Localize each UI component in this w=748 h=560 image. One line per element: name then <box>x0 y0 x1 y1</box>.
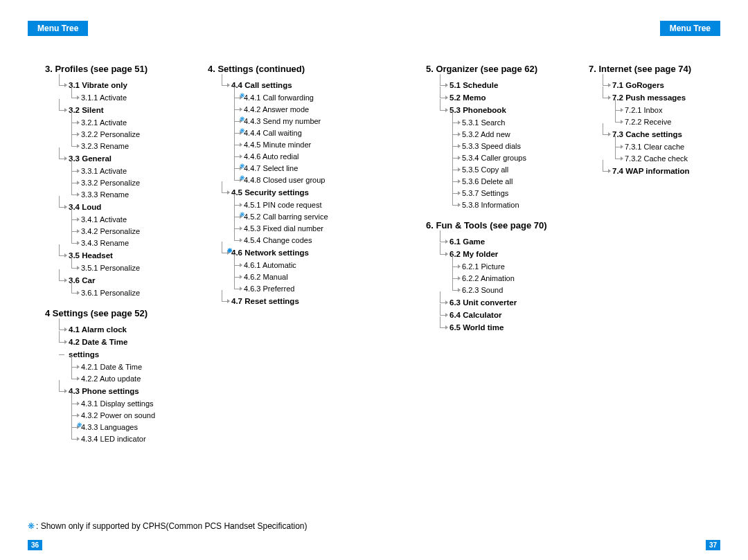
menu-item-label: 5.2 Memo <box>449 93 486 102</box>
menu-item-label: 4.6.2 Manual <box>244 271 288 282</box>
menu-item-label: 3.4 Loud <box>69 203 101 211</box>
footnote: ❋: Shown only if supported by CPHS(Commo… <box>28 521 308 531</box>
menu-item-level1: 7.1 GoRogers <box>589 80 734 91</box>
menu-item-level1: 3.5 Headset <box>45 250 187 261</box>
menu-item-label: 4.4.2 Answer mode <box>244 104 309 115</box>
menu-item-level2: 3.3.2 Personalize <box>45 177 187 188</box>
menu-item-level1: 7.2 Push messages <box>589 92 734 103</box>
column-2: 4. Settings (continued)4.4 Call settings… <box>208 64 360 445</box>
section-title: 6. Fun & Tools (see page 70) <box>426 220 575 231</box>
menu-item-label: 7.3.2 Cache check <box>625 153 688 164</box>
menu-item-label: 3.4.1 Activate <box>81 214 127 225</box>
page-number-right: 37 <box>706 540 720 550</box>
menu-item-level2: 4.3.2 Power on sound <box>45 410 187 421</box>
menu-item-level1: 6.5 World time <box>426 322 575 333</box>
menu-item-label: 4.2.2 Auto update <box>81 373 141 384</box>
footnote-star: ❋ <box>28 521 35 531</box>
menu-item-level2: 6.2.1 Picture <box>426 261 575 272</box>
section-title: 5. Organizer (see page 62) <box>426 64 575 74</box>
menu-item-level2: 4.4.5 Minute minder <box>208 139 360 150</box>
menu-item-level1: 4.3 Phone settings <box>45 386 187 397</box>
menu-item-label: 4.3.1 Display settings <box>81 398 154 409</box>
menu-item-level1: 6.4 Calculator <box>426 309 575 320</box>
menu-item-label: 4.3.4 LED indicator <box>81 433 146 444</box>
menu-item-label: 4.6.1 Automatic <box>244 260 296 271</box>
menu-item-level2: 3.2.2 Personalize <box>45 129 187 140</box>
menu-item-level2: 3.3.1 Activate <box>45 165 187 177</box>
menu-item-label: 7.3.1 Clear cache <box>625 141 684 152</box>
menu-item-level2: ❋4.4.3 Send my number <box>208 116 360 127</box>
menu-item-label: 3.3.1 Activate <box>81 165 127 177</box>
menu-item-label: 5.3.1 Search <box>462 117 505 128</box>
column-4: 7. Internet (see page 74)7.1 GoRogers7.2… <box>589 64 734 445</box>
section-title: 7. Internet (see page 74) <box>589 64 734 74</box>
menu-item-label: 4.4.1 Call forwarding <box>244 92 314 103</box>
menu-item-level2: 4.6.1 Automatic <box>208 260 360 271</box>
menu-item-label: 3.1.1 Activate <box>81 92 127 103</box>
menu-item-level2: 3.5.1 Personalize <box>45 262 187 273</box>
section-title: 4 Settings (see page 52) <box>45 308 187 318</box>
menu-item-level2: 5.3.5 Copy all <box>426 164 575 175</box>
columns: 3. Profiles (see page 51)3.1 Vibrate onl… <box>28 64 720 445</box>
header-tab-left: Menu Tree <box>28 21 88 36</box>
menu-item-label: 7.2 Push messages <box>612 93 686 102</box>
menu-item-label: 4.5.2 Call barring service <box>244 211 328 222</box>
menu-item-level1: 5.3 Phonebook <box>426 105 575 116</box>
menu-item-level1: 5.2 Memo <box>426 92 575 103</box>
menu-item-label: 4.5.1 PIN code request <box>244 199 322 210</box>
menu-item-level2: 4.4.6 Auto redial <box>208 151 360 162</box>
menu-item-level2: 4.2.2 Auto update <box>45 373 187 384</box>
menu-item-level1: 4.7 Reset settings <box>208 296 360 307</box>
menu-item-level2: 7.3.1 Clear cache <box>589 141 734 152</box>
menu-item-level1: 5.1 Schedule <box>426 80 575 91</box>
menu-item-label: 5.3.7 Settings <box>462 188 508 199</box>
footer: 36 37 <box>28 540 720 550</box>
menu-item-label: 4.4.7 Select line <box>244 163 298 174</box>
menu-item-label: 4.4.4 Call waiting <box>244 127 302 138</box>
menu-item-label: 4.4.3 Send my number <box>244 116 321 127</box>
menu-item-level1: 6.3 Unit converter <box>426 297 575 308</box>
menu-item-level2: 3.3.3 Rename <box>45 189 187 200</box>
menu-item-level2: 4.6.3 Preferred <box>208 283 360 294</box>
menu-item-label: 4.2 Date & Time <box>69 338 127 346</box>
menu-item-level2: 5.3.3 Speed dials <box>426 141 575 152</box>
menu-item-label: 6.2.3 Sound <box>462 284 503 296</box>
section-title: 3. Profiles (see page 51) <box>45 64 187 74</box>
menu-item-label: 5.3.8 Information <box>462 199 519 210</box>
menu-item-label: 3.2.1 Activate <box>81 117 127 128</box>
menu-item-level2: 5.3.2 Add new <box>426 129 575 140</box>
menu-item-label: 3.1 Vibrate only <box>69 81 127 89</box>
menu-item-label: 4.3.2 Power on sound <box>81 410 155 421</box>
menu-item-level2: ❋4.4.4 Call waiting <box>208 127 360 138</box>
menu-item-label: 3.5.1 Personalize <box>81 262 140 273</box>
menu-item-label: 4.5 Security settings <box>231 188 309 197</box>
menu-item-label: 4.4.6 Auto redial <box>244 151 299 162</box>
menu-item-label: 7.3 Cache settings <box>612 130 682 138</box>
menu-item-label: 3.4.3 Rename <box>81 237 129 249</box>
menu-item-level2: 5.3.7 Settings <box>426 188 575 199</box>
menu-item-label: 4.1 Alarm clock <box>69 325 127 334</box>
menu-item-level2: 3.4.1 Activate <box>45 214 187 225</box>
menu-item-level2: 3.4.2 Personalize <box>45 226 187 237</box>
menu-item-label: 6.1 Game <box>449 237 485 246</box>
menu-item-level2: 4.3.4 LED indicator <box>45 433 187 444</box>
menu-item-label: 6.5 World time <box>449 323 504 332</box>
menu-item-level2: 3.4.3 Rename <box>45 237 187 249</box>
menu-item-label: 5.3.5 Copy all <box>462 164 508 175</box>
menu-item-level2: 4.4.2 Answer mode <box>208 104 360 115</box>
column-3: 5. Organizer (see page 62)5.1 Schedule5.… <box>426 64 575 445</box>
menu-item-level2: ❋4.4.8 Closed user group <box>208 174 360 186</box>
column-1: 3. Profiles (see page 51)3.1 Vibrate onl… <box>45 64 187 445</box>
menu-item-label: 6.4 Calculator <box>449 311 501 319</box>
menu-item-level2: 4.3.1 Display settings <box>45 398 187 409</box>
menu-item-label: 4.5.4 Change codes <box>244 235 312 246</box>
menu-item-label: 3.3.2 Personalize <box>81 177 140 188</box>
menu-item-level1: 3.1 Vibrate only <box>45 80 187 91</box>
page-number-left: 36 <box>28 540 42 550</box>
menu-item-level2: 7.2.2 Receive <box>589 116 734 127</box>
menu-item-level2: 5.3.4 Caller groups <box>426 152 575 163</box>
menu-item-label: 5.3.6 Delete all <box>462 176 513 187</box>
footnote-text: : Shown only if supported by CPHS(Common… <box>36 521 308 531</box>
menu-item-level1: 3.6 Car <box>45 275 187 286</box>
menu-item-label: 7.2.2 Receive <box>625 116 671 127</box>
